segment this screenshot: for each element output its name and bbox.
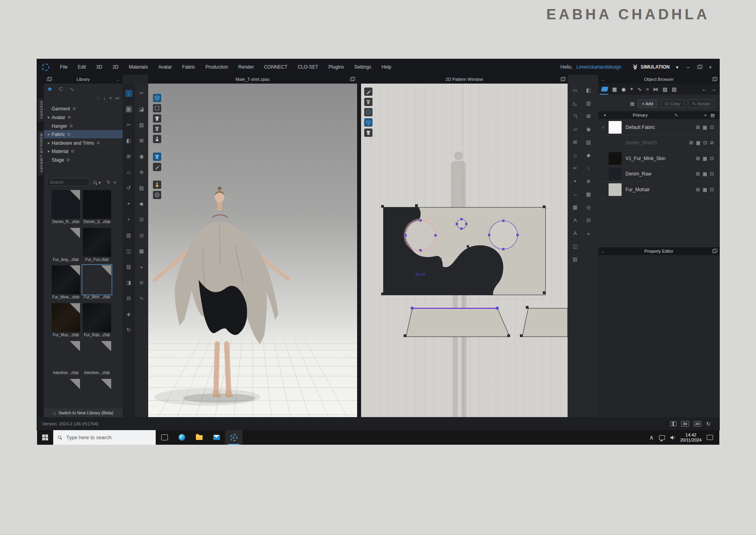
row-pattern-icon[interactable]: ▦	[696, 140, 700, 145]
row-add-icon[interactable]: ⊞	[696, 187, 700, 192]
tool-icon[interactable]: ◇	[125, 169, 132, 176]
row-pattern-icon[interactable]: ▦	[703, 125, 707, 130]
menu-help[interactable]: Help	[376, 64, 397, 70]
download-icon[interactable]: ↓	[103, 95, 106, 101]
tool-icon[interactable]: ◇	[572, 152, 579, 159]
tool-icon[interactable]: ⌖	[125, 200, 132, 207]
tool-icon[interactable]: ⊞	[572, 139, 579, 146]
tab-trim-icon[interactable]: ⋈	[653, 86, 658, 92]
fabric-row-mink-skin[interactable]: V1_Fur_Mink_Skin ⊞▦⊡	[598, 151, 719, 166]
tool-icon[interactable]: ◎	[585, 204, 592, 211]
refresh-icon[interactable]: ↻	[107, 180, 110, 185]
tool-icon[interactable]: ▧	[138, 121, 145, 129]
pattern-shirt-icon[interactable]	[364, 98, 372, 106]
tool-icon[interactable]: ◫	[572, 243, 579, 250]
username-link[interactable]: Limerickartanddesign	[577, 64, 622, 70]
list-view-icon[interactable]: ≡	[114, 180, 116, 185]
tab-scroll-left-icon[interactable]: ←	[702, 86, 707, 92]
viewport-divider[interactable]	[357, 75, 361, 417]
tool-icon[interactable]: ⌖	[572, 178, 579, 185]
fabric-thumb[interactable]	[52, 379, 80, 406]
collapse-right-icon[interactable]: →	[601, 249, 605, 254]
fabric-thumb[interactable]	[83, 303, 111, 332]
tab-puckering-icon[interactable]: ≈	[646, 86, 649, 92]
tool-icon[interactable]: ◈	[125, 311, 132, 318]
add-folder-icon[interactable]: ⊞	[630, 101, 634, 107]
tool-icon[interactable]: ↕	[585, 165, 592, 172]
sync-icon[interactable]: ◌	[97, 95, 100, 101]
menu-edit[interactable]: Edit	[73, 64, 91, 70]
collapse-right-icon[interactable]: →	[601, 77, 605, 82]
menu-fabric[interactable]: Fabric	[177, 64, 200, 70]
tool-icon[interactable]: ▤	[572, 256, 579, 263]
fabric-row-default[interactable]: ✓ Default Fabric ⊞▦⊡	[598, 119, 719, 135]
viewport-3d-canvas[interactable]	[148, 84, 357, 417]
property-editor-header[interactable]: → Property Editor	[598, 247, 719, 255]
tool-icon[interactable]: ▭	[572, 87, 579, 94]
tool-icon[interactable]: ✂	[125, 121, 132, 129]
pen-tool-icon[interactable]	[364, 88, 372, 96]
fabric-thumb[interactable]	[83, 341, 111, 370]
text-tool-icon[interactable]: A	[572, 230, 579, 237]
tool-icon[interactable]: ⊠	[138, 137, 145, 144]
show-avatar-icon[interactable]	[153, 135, 161, 143]
fabric-name[interactable]: Default Fabric	[626, 125, 696, 130]
fabric-thumb[interactable]	[83, 379, 111, 406]
primary-section-row[interactable]: ▾ Primary ✎ + ▤	[598, 111, 719, 119]
assign-button[interactable]: ✎Assign	[688, 99, 715, 108]
pattern-2d-window[interactable]: 2D Pattern Window	[361, 75, 568, 417]
tool-icon[interactable]: ⊟	[585, 217, 592, 224]
pin-tool-icon[interactable]	[153, 163, 161, 171]
popout-icon[interactable]	[47, 78, 51, 81]
start-button[interactable]	[42, 434, 48, 440]
menu-3d[interactable]: 3D	[91, 64, 107, 70]
tool-icon[interactable]: ⊟	[125, 295, 132, 302]
tool-icon[interactable]: ⊡	[138, 216, 145, 223]
garment-fit-icon[interactable]	[153, 125, 161, 133]
tab-fabric-icon[interactable]	[601, 87, 609, 91]
menu-plugins[interactable]: Plugins	[323, 64, 349, 70]
menu-connect[interactable]: CONNECT	[259, 64, 292, 70]
tool-icon[interactable]: ▥	[585, 100, 592, 107]
frame-tool-icon[interactable]	[153, 104, 161, 112]
collapse-left-icon[interactable]: ←	[116, 77, 120, 82]
library-item-stage[interactable]: Stage⊘	[44, 156, 123, 164]
close-button[interactable]: ×	[707, 64, 714, 70]
fabric-texture-icon[interactable]	[364, 118, 372, 127]
avatar-pose-icon[interactable]	[153, 181, 161, 189]
network-icon[interactable]	[659, 435, 665, 440]
tab-fur-icon[interactable]: ▨	[663, 86, 667, 92]
tool-icon[interactable]: ◺	[572, 100, 579, 107]
fabric-swatch[interactable]	[609, 168, 622, 180]
badge-3d[interactable]: 3D	[681, 421, 689, 427]
menu-avatar[interactable]: Avatar	[153, 64, 177, 70]
tool-icon[interactable]: ▩	[585, 191, 592, 198]
fabric-thumb[interactable]	[52, 190, 80, 219]
fabric-swatch[interactable]	[609, 121, 622, 134]
taskbar-search[interactable]	[53, 430, 156, 445]
undo-icon[interactable]: ↩	[115, 95, 119, 101]
search-icon[interactable]	[93, 181, 97, 185]
tab-topstitch-icon[interactable]: ∿	[637, 86, 642, 92]
library-item-hardware-trims[interactable]: ▶Hardware and Trims⊘	[44, 139, 123, 147]
row-copy-icon[interactable]: ⊡	[710, 125, 714, 130]
fabric-swatch[interactable]	[609, 183, 622, 196]
tool-icon[interactable]: ⊠	[585, 113, 592, 120]
tool-icon[interactable]: ◧	[585, 87, 592, 94]
fabric-row-denim-raw[interactable]: Denim_Raw ⊞▦⊡	[598, 166, 719, 182]
row-pattern-icon[interactable]: ▦	[703, 156, 707, 161]
fabric-thumb[interactable]	[83, 190, 111, 219]
tool-icon[interactable]: +	[125, 216, 132, 223]
fabric-thumb[interactable]	[52, 228, 80, 257]
tool-icon[interactable]: ↺	[125, 185, 132, 192]
tool-icon[interactable]: ✂	[138, 90, 145, 97]
tab-layers-icon[interactable]: ▤	[672, 86, 676, 92]
fabric-name[interactable]: V1_Fur_Mink_Skin	[626, 156, 696, 161]
pattern-2d-canvas[interactable]: 45-04	[361, 84, 568, 417]
restore-button[interactable]	[696, 64, 703, 70]
tool-icon[interactable]: ✂	[572, 165, 579, 172]
row-add-icon[interactable]: ⊞	[696, 156, 700, 161]
add-icon[interactable]: +	[109, 95, 112, 101]
fabric-name[interactable]: Fur_Mohair	[626, 187, 696, 192]
tool-icon[interactable]: ▦	[125, 106, 132, 113]
